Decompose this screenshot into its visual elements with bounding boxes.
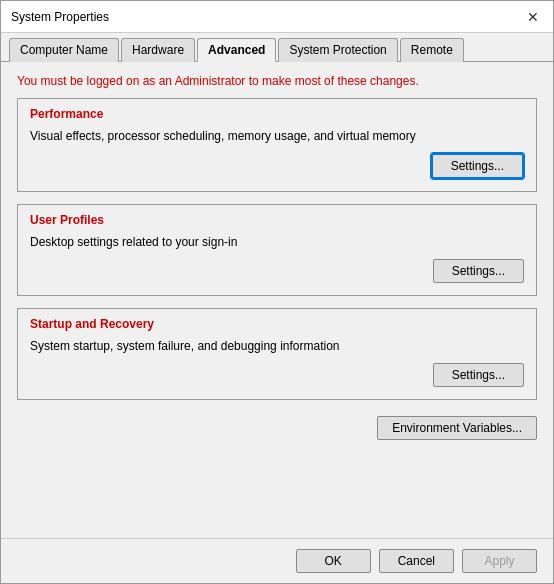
window-title: System Properties [11,10,109,24]
bottom-bar: OK Cancel Apply [1,538,553,583]
admin-notice: You must be logged on as an Administrato… [17,74,537,88]
performance-settings-button[interactable]: Settings... [431,153,524,179]
env-variables-row: Environment Variables... [17,416,537,440]
environment-variables-button[interactable]: Environment Variables... [377,416,537,440]
tab-remote[interactable]: Remote [400,38,464,62]
performance-section: Performance Visual effects, processor sc… [17,98,537,192]
user-profiles-description: Desktop settings related to your sign-in [30,235,524,249]
user-profiles-section: User Profiles Desktop settings related t… [17,204,537,296]
user-profiles-settings-button[interactable]: Settings... [433,259,524,283]
user-profiles-title: User Profiles [30,213,524,227]
startup-recovery-section: Startup and Recovery System startup, sys… [17,308,537,400]
performance-description: Visual effects, processor scheduling, me… [30,129,524,143]
close-button[interactable]: ✕ [523,7,543,27]
startup-recovery-button-row: Settings... [30,363,524,387]
tab-system-protection[interactable]: System Protection [278,38,397,62]
user-profiles-button-row: Settings... [30,259,524,283]
title-bar: System Properties ✕ [1,1,553,33]
performance-title: Performance [30,107,524,121]
startup-recovery-description: System startup, system failure, and debu… [30,339,524,353]
startup-recovery-title: Startup and Recovery [30,317,524,331]
apply-button[interactable]: Apply [462,549,537,573]
cancel-button[interactable]: Cancel [379,549,454,573]
startup-recovery-settings-button[interactable]: Settings... [433,363,524,387]
tab-advanced[interactable]: Advanced [197,38,276,62]
tab-hardware[interactable]: Hardware [121,38,195,62]
main-content: You must be logged on as an Administrato… [1,62,553,538]
tab-bar: Computer Name Hardware Advanced System P… [1,33,553,62]
ok-button[interactable]: OK [296,549,371,573]
performance-button-row: Settings... [30,153,524,179]
system-properties-window: System Properties ✕ Computer Name Hardwa… [0,0,554,584]
tab-computer-name[interactable]: Computer Name [9,38,119,62]
